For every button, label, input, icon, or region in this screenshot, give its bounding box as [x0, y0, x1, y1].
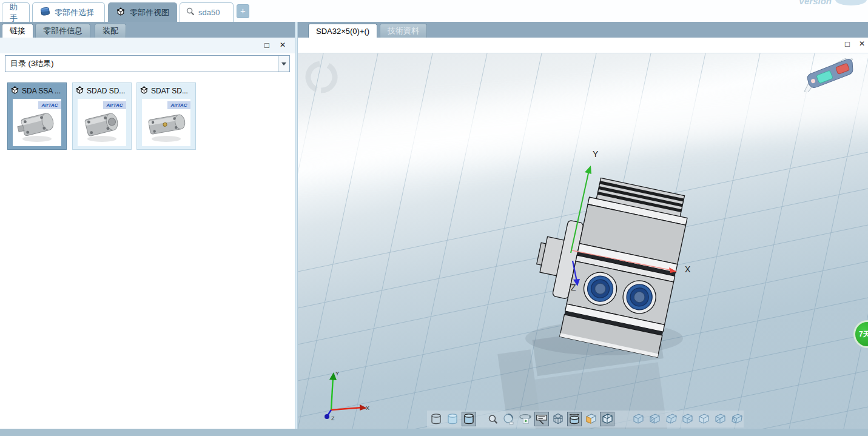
trial-badge-label: 7天 — [859, 329, 868, 340]
left-tab-part-info-label: 零部件信息 — [43, 25, 82, 36]
chevron-down-icon — [281, 62, 286, 65]
measure-tools-button[interactable] — [534, 412, 549, 426]
mini-axis-y-label: Y — [335, 371, 339, 377]
axis-z-label: Z — [571, 283, 576, 292]
render-shaded-button[interactable] — [445, 412, 460, 426]
left-tab-links-label: 链接 — [10, 25, 25, 36]
results-panel: □ ✕ 目录 (3结果) SDA SSA ... — [0, 38, 295, 429]
close-button[interactable]: ✕ — [278, 41, 288, 50]
model-canvas — [298, 53, 868, 429]
mesh-view-button[interactable] — [551, 412, 565, 426]
result-card-sda[interactable]: SDA SSA ... AirTAC — [7, 82, 67, 150]
left-tab-assembly[interactable]: 装配 — [95, 24, 126, 38]
result-card-label: SDA SSA ... — [22, 87, 61, 95]
panel-tab-strip: 链接 零部件信息 装配 SDA32×5(0)+() 技術資料 — [0, 22, 868, 38]
rotate-view-button[interactable] — [502, 412, 516, 426]
mini-axis-z-label: Z — [331, 415, 335, 421]
view-cube-7-button[interactable] — [729, 412, 744, 426]
viewer-panel: □ ✕ — [298, 38, 868, 429]
tab-part-selection-label: 零部件选择 — [55, 7, 94, 18]
cube-wireframe-view-button[interactable] — [600, 412, 614, 426]
part-thumbnail: AirTAC — [142, 99, 190, 146]
brand-badge: AirTAC — [167, 101, 190, 109]
right-tab-model[interactable]: SDA32×5(0)+() — [308, 24, 377, 38]
catalog-select-value: 目录 (3结果) — [10, 58, 54, 69]
viewport-3d[interactable]: Y X Z Y X Z 7天 — [298, 53, 868, 429]
view-cube-2-button[interactable] — [647, 412, 662, 426]
zoom-fit-button[interactable] — [485, 412, 500, 426]
viewer-maximize-button[interactable]: □ — [843, 39, 852, 49]
search-tab[interactable] — [180, 2, 234, 22]
catalog-select-dropdown-button[interactable] — [278, 56, 289, 72]
tab-part-view-label: 零部件视图 — [130, 7, 169, 18]
brand-logo — [835, 0, 867, 5]
part-thumbnail: AirTAC — [78, 99, 126, 146]
result-card-label: SDAD SD... — [87, 87, 125, 95]
view-cube-5-button[interactable] — [696, 412, 711, 426]
application-window: 助手 零部件选择 零部件视图 — [0, 0, 868, 436]
view-cube-6-button[interactable] — [713, 412, 727, 426]
window-bottom-edge — [0, 429, 868, 436]
part-cube-icon — [10, 86, 19, 96]
maximize-button[interactable]: □ — [262, 41, 272, 50]
part-cube-icon — [140, 86, 149, 96]
result-card-sdat[interactable]: SDAT SD... AirTAC — [136, 82, 196, 150]
section-measure-button[interactable] — [567, 412, 582, 426]
tab-assistant-label: 助手 — [10, 2, 22, 22]
top-tab-bar: 助手 零部件选择 零部件视图 — [0, 0, 868, 22]
tab-assistant[interactable]: 助手 — [2, 2, 30, 22]
results-panel-titlebar: □ ✕ — [0, 38, 295, 53]
part-cube-icon — [75, 86, 84, 96]
left-tab-assembly-label: 装配 — [103, 25, 118, 36]
right-tab-tech-data[interactable]: 技術資料 — [380, 24, 427, 38]
database-icon — [40, 7, 50, 18]
axis-y-label: Y — [593, 149, 598, 159]
viewer-close-button[interactable]: ✕ — [857, 39, 867, 49]
brand-badge: AirTAC — [103, 101, 126, 109]
viewport-toolbar — [427, 411, 744, 428]
cube-icon — [116, 7, 126, 18]
version-label: Version — [799, 0, 832, 6]
view-cube-1-button[interactable] — [631, 412, 645, 426]
result-card-sdad[interactable]: SDAD SD... AirTAC — [72, 82, 132, 150]
left-tab-part-info[interactable]: 零部件信息 — [35, 24, 90, 38]
catalog-select[interactable]: 目录 (3结果) — [5, 55, 290, 72]
search-icon — [186, 7, 195, 18]
render-wireframe-button[interactable] — [429, 412, 443, 426]
right-tab-model-label: SDA32×5(0)+() — [316, 27, 369, 36]
left-tab-links[interactable]: 链接 — [2, 24, 33, 38]
search-input[interactable] — [198, 8, 230, 17]
viewer-titlebar: □ ✕ — [298, 38, 868, 53]
part-thumbnail: AirTAC — [13, 99, 61, 146]
tab-part-view[interactable]: 零部件视图 — [108, 2, 177, 22]
axis-x-label: X — [685, 264, 690, 274]
play-animation-button[interactable] — [518, 412, 533, 426]
new-tab-button[interactable]: + — [237, 4, 249, 18]
render-shaded-edges-button[interactable] — [462, 412, 476, 426]
tab-part-selection[interactable]: 零部件选择 — [32, 2, 105, 22]
result-card-label: SDAT SD... — [151, 87, 188, 95]
brand-badge: AirTAC — [38, 101, 61, 109]
mini-axis-x-label: X — [366, 405, 369, 411]
view-cube-3-button[interactable] — [664, 412, 678, 426]
cube-face-view-button[interactable] — [584, 412, 598, 426]
view-cube-4-button[interactable] — [680, 412, 695, 426]
right-tab-tech-data-label: 技術資料 — [388, 25, 419, 36]
